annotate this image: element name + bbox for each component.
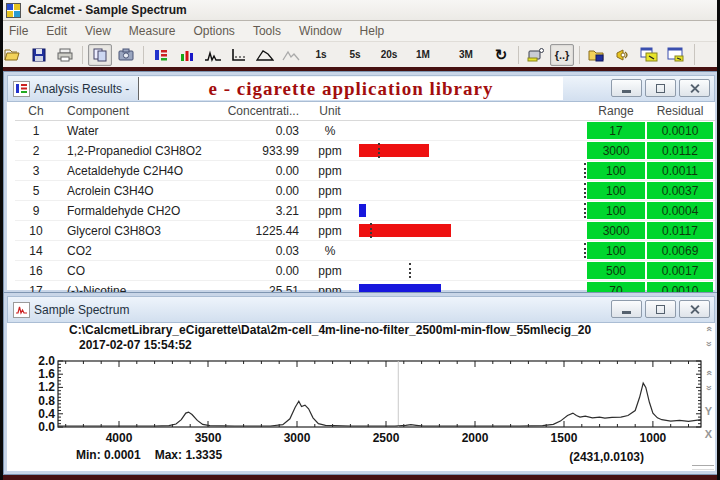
alarm-limit-marker (584, 203, 586, 218)
sample-spectrum-window-title: Sample Spectrum (34, 303, 129, 317)
table-header-row: Ch Component Concentrati... Unit Range R… (15, 101, 715, 121)
menu-item-measure[interactable]: Measure (120, 22, 185, 40)
restore-icon (656, 84, 665, 93)
cell-unit: ppm (303, 264, 357, 278)
spectrum-peaks-icon (204, 48, 222, 62)
print-button[interactable] (53, 44, 77, 66)
alarm-limit-marker (409, 263, 411, 278)
cell-concentration: 933.99 (223, 144, 303, 158)
column-header-concentration[interactable]: Concentrati... (223, 104, 303, 118)
toolbar: 1s5s20s1M3M ↻ {..} (0, 42, 720, 68)
camera-copy-button[interactable] (114, 44, 138, 66)
restore-button[interactable] (645, 300, 676, 318)
cell-unit: ppm (303, 164, 357, 178)
cell-unit: ppm (303, 184, 357, 198)
minimize-icon (622, 311, 631, 314)
alarm-button[interactable] (611, 44, 635, 66)
close-button[interactable] (679, 79, 710, 97)
cell-range: 100 (587, 202, 645, 219)
peak-view-button-disabled[interactable] (279, 44, 303, 66)
minimize-button[interactable] (611, 79, 642, 97)
table-row-ch10[interactable]: 10Glycerol C3H8O31225.44ppm30000.0117 (15, 221, 715, 241)
zoom-out-y-button[interactable]: « (702, 382, 715, 394)
cell-concentration: 1225.44 (223, 224, 303, 238)
column-header-ch[interactable]: Ch (15, 104, 57, 118)
menu-item-window[interactable]: Window (290, 22, 351, 40)
column-header-range[interactable]: Range (587, 104, 645, 118)
table-row-ch1[interactable]: 1Water0.03%170.0010 (15, 121, 715, 141)
scroll-down-button[interactable]: « (702, 338, 715, 350)
cell-concentration: 0.00 (223, 264, 303, 278)
x-axis-button[interactable]: X (702, 428, 715, 442)
menu-item-edit[interactable]: Edit (37, 22, 76, 40)
alarm-limit-marker (370, 223, 372, 238)
cell-unit: % (303, 244, 357, 258)
restore-button[interactable] (645, 79, 676, 97)
cell-channel: 3 (15, 164, 57, 178)
spectrum-view-button[interactable] (201, 44, 225, 66)
zoom-in-y-button[interactable]: « (702, 367, 715, 379)
analysis-list-icon (154, 48, 168, 62)
export-window-button[interactable] (663, 44, 687, 66)
column-header-unit[interactable]: Unit (303, 104, 357, 118)
cell-channel: 9 (15, 204, 57, 218)
x-tick-label: 3500 (195, 431, 222, 445)
snapshot-button[interactable] (524, 44, 548, 66)
menu-item-options[interactable]: Options (185, 22, 244, 40)
cell-range: 500 (587, 262, 645, 279)
close-button[interactable] (679, 300, 710, 318)
time-button-20s[interactable]: 20s (373, 44, 405, 66)
bar-graph-view-button[interactable] (175, 44, 199, 66)
cell-component: Formaldehyde CH2O (57, 204, 223, 218)
menu-item-tools[interactable]: Tools (244, 22, 290, 40)
table-row-ch2[interactable]: 21,2-Propanediol C3H8O2933.99ppm30000.01… (15, 141, 715, 161)
braces-button[interactable]: {..} (550, 44, 574, 66)
y-axis-button[interactable]: Y (702, 405, 715, 419)
copy-button[interactable] (88, 44, 112, 66)
baseline-view-button[interactable] (227, 44, 251, 66)
resize-grip[interactable] (692, 465, 714, 470)
spectrum-min-label: Min: 0.0001 (76, 448, 141, 462)
x-tick-label: 1500 (551, 431, 578, 445)
save-view-button[interactable] (585, 44, 609, 66)
time-button-1s[interactable]: 1s (305, 44, 337, 66)
time-button-3m[interactable]: 3M (450, 44, 482, 66)
x-tick-label: 3000 (284, 431, 311, 445)
analysis-results-view-button[interactable] (149, 44, 173, 66)
menu-item-file[interactable]: File (0, 22, 37, 40)
minimize-button[interactable] (611, 300, 642, 318)
cell-unit: ppm (303, 144, 357, 158)
cell-range: 100 (587, 162, 645, 179)
table-row-ch16[interactable]: 16CO0.00ppm5000.0017 (15, 261, 715, 281)
concentration-bar-blue (359, 204, 366, 217)
copy-window-button[interactable] (637, 44, 661, 66)
open-icon (4, 48, 22, 62)
spectrum-minmax: Min: 0.0001Max: 1.3335 (76, 448, 236, 462)
table-row-ch9[interactable]: 9Formaldehyde CH2O3.21ppm1000.0004 (15, 201, 715, 221)
save-button[interactable] (27, 44, 51, 66)
table-row-ch14[interactable]: 14CO20.03%1000.0069 (15, 241, 715, 261)
screen-edge (0, 0, 3, 480)
line-graph-view-button[interactable] (253, 44, 277, 66)
table-row-ch5[interactable]: 5Acrolein C3H4O0.00ppm1000.0037 (15, 181, 715, 201)
column-header-component[interactable]: Component (57, 104, 223, 118)
app-title-bar[interactable]: Calcmet - Sample Spectrum (0, 0, 720, 21)
column-header-residual[interactable]: Residual (647, 104, 713, 118)
spectrum-timestamp: 2017-02-07 15:54:52 (79, 338, 192, 352)
scroll-up-button[interactable]: « (702, 323, 715, 335)
snapshot-icon (527, 47, 545, 62)
refresh-button[interactable]: ↻ (489, 44, 513, 66)
menu-item-view[interactable]: View (76, 22, 120, 40)
cell-concentration: 3.21 (223, 204, 303, 218)
y-tick-label: 2.0 (38, 354, 55, 368)
open-button[interactable] (1, 44, 25, 66)
spectrum-plot[interactable]: 40003500300025002000150010002.01.61.20.8… (34, 351, 702, 451)
time-button-1m[interactable]: 1M (407, 44, 439, 66)
spectrum-max-label: Max: 1.3335 (155, 448, 222, 462)
table-row-ch3[interactable]: 3Acetaldehyde C2H4O0.00ppm1000.0011 (15, 161, 715, 181)
analysis-results-title-bar[interactable]: Analysis Results - e - cigarette applica… (7, 75, 715, 102)
menu-item-help[interactable]: Help (351, 22, 394, 40)
time-button-5s[interactable]: 5s (339, 44, 371, 66)
sample-spectrum-title-bar[interactable]: Sample Spectrum (7, 296, 715, 323)
cell-bar-graph (357, 181, 585, 200)
